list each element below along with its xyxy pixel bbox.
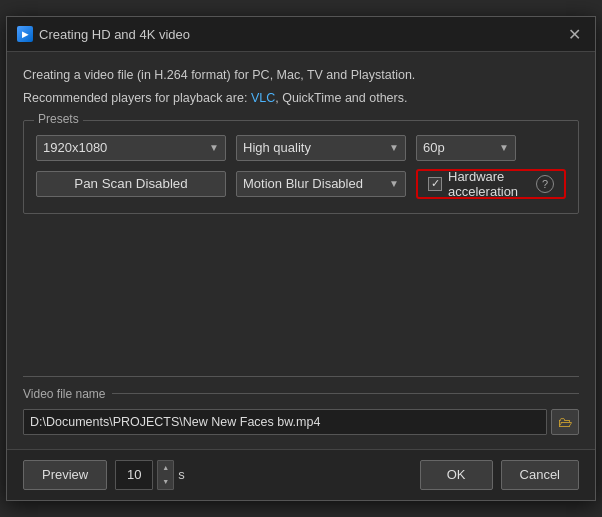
hw-accel-checkbox[interactable]: ✓ [428,177,442,191]
hw-accel-label: Hardware acceleration [448,169,530,199]
cancel-button[interactable]: Cancel [501,460,579,490]
presets-label: Presets [34,112,83,126]
motion-blur-arrow-icon: ▼ [389,178,399,189]
resolution-arrow-icon: ▼ [209,142,219,153]
spinner-unit-label: s [178,467,185,482]
fps-arrow-icon: ▼ [499,142,509,153]
pan-scan-button[interactable]: Pan Scan Disabled [36,171,226,197]
description-line2: Recommended players for playback are: VL… [23,89,579,108]
dialog-title: Creating HD and 4K video [39,27,190,42]
preview-button[interactable]: Preview [23,460,107,490]
video-file-label-row: Video file name [23,387,579,401]
hardware-acceleration-box: ✓ Hardware acceleration ? [416,169,566,199]
quality-dropdown[interactable]: High quality ▼ [236,135,406,161]
spinner-input[interactable] [115,460,153,490]
resolution-dropdown[interactable]: 1920x1080 ▼ [36,135,226,161]
motion-blur-dropdown[interactable]: Motion Blur Disabled ▼ [236,171,406,197]
close-button[interactable]: ✕ [563,23,585,45]
vlc-link[interactable]: VLC [251,91,275,105]
desc-suffix: , QuickTime and others. [275,91,407,105]
ok-button[interactable]: OK [420,460,493,490]
presets-row1: 1920x1080 ▼ High quality ▼ 60p ▼ [36,135,566,161]
folder-browse-button[interactable]: 🗁 [551,409,579,435]
motion-blur-value: Motion Blur Disabled [243,176,363,191]
file-row: 🗁 [23,409,579,435]
hw-accel-checkmark: ✓ [431,178,440,189]
spinner-arrows: ▲ ▼ [157,460,174,490]
fps-value: 60p [423,140,445,155]
dialog-window: ▶ Creating HD and 4K video ✕ Creating a … [6,16,596,501]
presets-section: Presets 1920x1080 ▼ High quality ▼ 60p ▼ [23,120,579,214]
bottom-bar: Preview ▲ ▼ s OK Cancel [7,449,595,500]
resolution-value: 1920x1080 [43,140,107,155]
folder-icon: 🗁 [558,414,572,430]
quality-arrow-icon: ▼ [389,142,399,153]
fps-dropdown[interactable]: 60p ▼ [416,135,516,161]
spinner-group: ▲ ▼ s [115,460,184,490]
description-line1: Creating a video file (in H.264 format) … [23,66,579,85]
app-icon: ▶ [17,26,33,42]
video-file-section: Video file name 🗁 [23,376,579,435]
file-path-input[interactable] [23,409,547,435]
content-spacer [23,214,579,364]
quality-value: High quality [243,140,311,155]
desc-prefix: Recommended players for playback are: [23,91,251,105]
help-icon[interactable]: ? [536,175,554,193]
spinner-down-button[interactable]: ▼ [158,475,173,489]
video-file-label: Video file name [23,387,106,401]
title-bar-left: ▶ Creating HD and 4K video [17,26,190,42]
title-bar: ▶ Creating HD and 4K video ✕ [7,17,595,52]
spinner-up-button[interactable]: ▲ [158,461,173,475]
dialog-content: Creating a video file (in H.264 format) … [7,52,595,449]
video-file-separator [112,393,580,394]
presets-row2: Pan Scan Disabled Motion Blur Disabled ▼… [36,169,566,199]
